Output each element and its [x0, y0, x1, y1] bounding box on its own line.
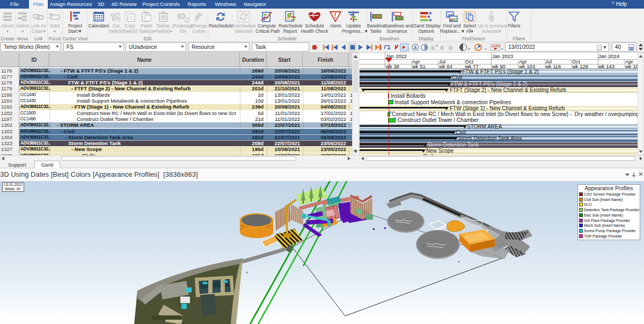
svg-text:ac: ac [452, 17, 457, 22]
svg-text:!: ! [334, 12, 336, 19]
svg-text:AUTO: AUTO [492, 45, 500, 48]
svg-text:ID: ID [177, 11, 185, 20]
